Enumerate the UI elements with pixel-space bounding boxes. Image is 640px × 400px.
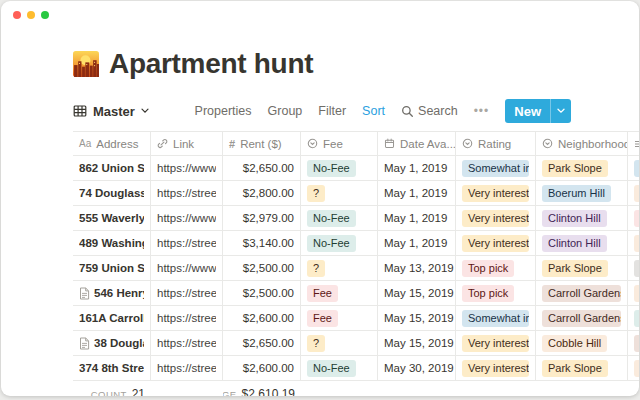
average-aggregate[interactable]: AVERAGE $2,610.19 — [223, 387, 301, 396]
extra-cell[interactable] — [628, 256, 639, 281]
fee-cell[interactable]: Fee — [301, 306, 378, 331]
extra-cell[interactable] — [628, 231, 639, 256]
column-header-address[interactable]: Aa Address — [73, 131, 151, 156]
fee-cell[interactable]: ? — [301, 256, 378, 281]
date-cell[interactable]: May 1, 2019 — [378, 206, 456, 231]
neighborhood-cell[interactable]: Cobble Hill — [536, 331, 628, 356]
rent-cell[interactable]: $2,600.00 — [223, 356, 301, 381]
neighborhood-cell[interactable]: Park Slope — [536, 256, 628, 281]
date-cell[interactable]: May 15, 2019 — [378, 306, 456, 331]
column-header-extra[interactable] — [628, 131, 639, 156]
link-cell[interactable]: https://www.na — [151, 256, 223, 281]
neighborhood-cell[interactable]: Park Slope — [536, 356, 628, 381]
extra-cell[interactable] — [628, 356, 639, 381]
more-options-button[interactable]: ••• — [474, 104, 490, 118]
date-cell[interactable]: May 15, 2019 — [378, 281, 456, 306]
properties-button[interactable]: Properties — [195, 104, 252, 118]
neighborhood-cell[interactable]: Carroll Gardens — [536, 306, 628, 331]
fee-cell[interactable]: ? — [301, 181, 378, 206]
column-header-fee[interactable]: Fee — [301, 131, 378, 156]
fee-cell[interactable]: No-Fee — [301, 156, 378, 181]
minimize-window-button[interactable] — [27, 11, 35, 19]
extra-cell[interactable] — [628, 181, 639, 206]
link-cell[interactable]: https://streetea — [151, 331, 223, 356]
fee-cell[interactable]: Fee — [301, 281, 378, 306]
link-cell[interactable]: https://streetea — [151, 281, 223, 306]
page-emoji-sunset-city-icon[interactable] — [73, 51, 99, 77]
new-button-chevron[interactable] — [551, 108, 571, 114]
column-header-link[interactable]: Link — [151, 131, 223, 156]
rating-cell[interactable]: Somewhat interested — [456, 306, 536, 331]
rating-tag: Very interested — [462, 185, 529, 202]
count-aggregate[interactable]: COUNT 21 — [73, 387, 151, 396]
rent-cell[interactable]: $2,650.00 — [223, 331, 301, 356]
rating-cell[interactable]: Very interested — [456, 206, 536, 231]
address-cell[interactable]: 489 Washingto — [73, 231, 151, 256]
rating-cell[interactable]: Top pick — [456, 281, 536, 306]
column-header-rating[interactable]: Rating — [456, 131, 536, 156]
neighborhood-cell[interactable]: Boerum Hill — [536, 181, 628, 206]
rating-cell[interactable]: Very interested — [456, 231, 536, 256]
neighborhood-cell[interactable]: Clinton Hill — [536, 231, 628, 256]
address-cell[interactable]: 38 Douglass — [73, 331, 151, 356]
fee-cell[interactable]: No-Fee — [301, 231, 378, 256]
column-header-date[interactable]: Date Ava... — [378, 131, 456, 156]
date-cell[interactable]: May 1, 2019 — [378, 156, 456, 181]
address-cell[interactable]: 555 Waverly Av — [73, 206, 151, 231]
address-cell[interactable]: 161A Carroll St — [73, 306, 151, 331]
link-cell[interactable]: https://www.na — [151, 156, 223, 181]
extra-cell[interactable] — [628, 156, 639, 181]
date-cell[interactable]: May 13, 2019 — [378, 256, 456, 281]
link-cell[interactable]: https://streetea — [151, 231, 223, 256]
address-cell[interactable]: 862 Union Street — [73, 156, 151, 181]
link-cell[interactable]: https://www.cit — [151, 206, 223, 231]
close-window-button[interactable] — [13, 11, 21, 19]
group-button[interactable]: Group — [268, 104, 303, 118]
neighborhood-cell[interactable]: Park Slope — [536, 156, 628, 181]
fee-cell[interactable]: ? — [301, 331, 378, 356]
date-cell[interactable]: May 15, 2019 — [378, 331, 456, 356]
column-header-neighborhood[interactable]: Neighborhood — [536, 131, 628, 156]
fee-cell[interactable]: No-Fee — [301, 356, 378, 381]
count-value: 21 — [132, 387, 145, 396]
extra-cell[interactable] — [628, 331, 639, 356]
view-selector-master[interactable]: Master — [73, 104, 149, 119]
rent-cell[interactable]: $3,140.00 — [223, 231, 301, 256]
zoom-window-button[interactable] — [41, 11, 49, 19]
date-cell[interactable]: May 1, 2019 — [378, 231, 456, 256]
extra-cell[interactable] — [628, 281, 639, 306]
address-cell[interactable]: 374 8th Street — [73, 356, 151, 381]
rating-cell[interactable]: Very interested — [456, 181, 536, 206]
new-button[interactable]: New — [505, 99, 571, 123]
address-cell[interactable]: 759 Union Street — [73, 256, 151, 281]
rent-cell[interactable]: $2,600.00 — [223, 306, 301, 331]
search-button[interactable]: Search — [401, 104, 458, 118]
sort-button[interactable]: Sort — [362, 104, 385, 118]
date-cell[interactable]: May 30, 2019 — [378, 356, 456, 381]
address-cell[interactable]: 546 Henry — [73, 281, 151, 306]
link-cell[interactable]: https://streetea — [151, 356, 223, 381]
fee-cell[interactable]: No-Fee — [301, 206, 378, 231]
rent-cell[interactable]: $2,800.00 — [223, 181, 301, 206]
rent-cell[interactable]: $2,979.00 — [223, 206, 301, 231]
date-cell[interactable]: May 1, 2019 — [378, 181, 456, 206]
extra-cell[interactable] — [628, 306, 639, 331]
link-cell[interactable]: https://streetea — [151, 181, 223, 206]
filter-button[interactable]: Filter — [318, 104, 346, 118]
extra-tag-fragment — [634, 360, 639, 377]
page-title: Apartment hunt — [109, 48, 313, 80]
rent-cell[interactable]: $2,500.00 — [223, 281, 301, 306]
rent-cell[interactable]: $2,650.00 — [223, 156, 301, 181]
extra-cell[interactable] — [628, 206, 639, 231]
rating-cell[interactable]: Top pick — [456, 256, 536, 281]
address-cell[interactable]: 74 Douglass St — [73, 181, 151, 206]
column-header-rent[interactable]: # Rent ($) — [223, 131, 301, 156]
neighborhood-cell[interactable]: Carroll Gardens — [536, 281, 628, 306]
rating-cell[interactable]: Very interested — [456, 331, 536, 356]
rent-cell[interactable]: $2,500.00 — [223, 256, 301, 281]
link-cell[interactable]: https://streetea — [151, 306, 223, 331]
table-row: 759 Union Street https://www.na $2,500.0… — [73, 256, 639, 281]
neighborhood-cell[interactable]: Clinton Hill — [536, 206, 628, 231]
rating-cell[interactable]: Somewhat interested — [456, 156, 536, 181]
rating-cell[interactable]: Very interested — [456, 356, 536, 381]
